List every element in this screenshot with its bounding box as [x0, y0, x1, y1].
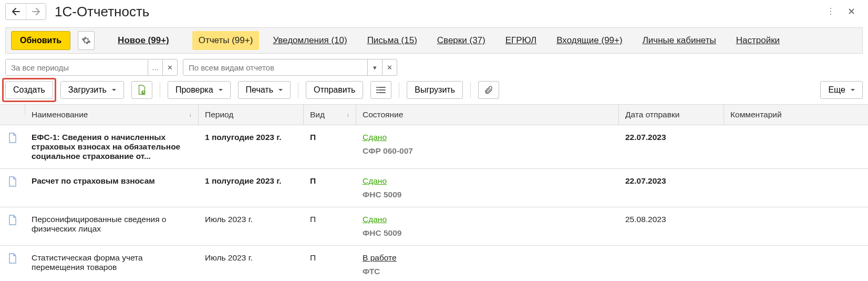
- arrow-right-icon: [32, 8, 40, 15]
- tab-reconciliations[interactable]: Сверки (37): [431, 31, 492, 50]
- document-icon: [0, 131, 25, 145]
- table-row[interactable]: Расчет по страховым взносам1 полугодие 2…: [0, 169, 868, 207]
- kebab-menu-icon[interactable]: ⋮: [826, 7, 836, 16]
- print-button[interactable]: Печать: [238, 81, 291, 99]
- cell-comment: [724, 251, 868, 255]
- tab-row: Обновить Новое (99+) Отчеты (99+) Уведом…: [5, 27, 863, 54]
- column-state[interactable]: Состояние: [356, 105, 619, 125]
- cell-comment: [724, 213, 868, 217]
- send-button[interactable]: Отправить: [306, 81, 363, 99]
- list-icon: [376, 86, 386, 94]
- tab-new[interactable]: Новое (99+): [111, 31, 175, 50]
- table-header: Наименование↓ Период Вид↓ Состояние Дата…: [0, 105, 868, 125]
- column-comment[interactable]: Комментарий: [724, 105, 868, 125]
- titlebar: 1С-Отчетность ⋮ ✕: [0, 0, 868, 22]
- cell-period: Июль 2023 г.: [199, 251, 304, 265]
- report-type-filter-dropdown-button[interactable]: ▾: [367, 59, 382, 75]
- cell-sent-date: 22.07.2023: [619, 174, 724, 188]
- tab-reports[interactable]: Отчеты (99+): [192, 31, 260, 50]
- status-link[interactable]: Сдано: [363, 176, 613, 186]
- document-icon: [0, 251, 25, 266]
- status-link[interactable]: Сдано: [363, 215, 613, 224]
- check-button[interactable]: Проверка: [168, 81, 231, 99]
- cell-name: ЕФС-1: Сведения о начисленных страховых …: [25, 131, 199, 163]
- column-icon: [0, 105, 25, 115]
- cell-name: Расчет по страховым взносам: [25, 174, 199, 188]
- document-icon: [0, 174, 25, 189]
- cell-state: СданоСФР 060-007: [356, 131, 619, 158]
- file-refresh-icon: [137, 85, 147, 95]
- cell-state: СданоФНС 5009: [356, 213, 619, 240]
- cell-name: Персонифицированные сведения о физически…: [25, 213, 199, 236]
- cell-period: 1 полугодие 2023 г.: [199, 131, 304, 144]
- period-filter-more-button[interactable]: …: [148, 59, 162, 75]
- status-org: ФТС: [363, 267, 613, 276]
- gear-icon: [81, 36, 91, 45]
- more-button[interactable]: Еще: [820, 81, 863, 99]
- cell-comment: [724, 174, 868, 178]
- cell-state: СданоФНС 5009: [356, 174, 619, 202]
- attachment-button[interactable]: [478, 81, 499, 99]
- paperclip-icon: [484, 85, 493, 95]
- status-org: ФНС 5009: [363, 228, 613, 238]
- report-type-filter-input[interactable]: [183, 59, 367, 75]
- sort-icon: ↓: [189, 111, 192, 118]
- tab-egrul[interactable]: ЕГРЮЛ: [499, 31, 543, 50]
- export-button[interactable]: Выгрузить: [407, 81, 463, 99]
- cell-period: 1 полугодие 2023 г.: [199, 174, 304, 188]
- forward-button[interactable]: [26, 4, 46, 19]
- cell-sent-date: 25.08.2023: [619, 213, 724, 226]
- window-actions: ⋮ ✕: [826, 7, 863, 16]
- settings-gear-button[interactable]: [78, 31, 95, 50]
- table-row[interactable]: Статистическая форма учета перемещения т…: [0, 246, 868, 281]
- toolbar-separator: [160, 82, 160, 98]
- cell-period: Июль 2023 г.: [199, 213, 304, 226]
- cell-kind: П: [304, 174, 356, 188]
- cell-sent-date: 22.07.2023: [619, 131, 724, 144]
- cell-sent-date: [619, 251, 724, 255]
- toolbar: Создать Загрузить Проверка Печать Отправ…: [0, 79, 868, 104]
- tab-notifications[interactable]: Уведомления (10): [266, 31, 353, 50]
- report-type-filter-clear-button[interactable]: ✕: [382, 59, 397, 75]
- cell-kind: П: [304, 131, 356, 144]
- period-filter-clear-button[interactable]: ✕: [162, 59, 177, 75]
- cell-kind: П: [304, 213, 356, 226]
- tab-cabinets[interactable]: Личные кабинеты: [636, 31, 722, 50]
- close-icon[interactable]: ✕: [848, 7, 855, 16]
- cell-kind: П: [304, 251, 356, 265]
- tab-settings[interactable]: Настройки: [730, 31, 786, 50]
- tab-letters[interactable]: Письма (15): [361, 31, 423, 50]
- back-button[interactable]: [6, 4, 26, 19]
- toolbar-separator: [470, 82, 471, 98]
- column-name[interactable]: Наименование↓: [25, 105, 199, 125]
- sort-icon: ↓: [346, 111, 349, 118]
- toolbar-separator: [399, 82, 399, 98]
- toolbar-separator: [298, 82, 298, 98]
- reload-from-file-button[interactable]: [131, 81, 152, 99]
- tab-incoming[interactable]: Входящие (99+): [550, 31, 628, 50]
- status-org: СФР 060-007: [363, 146, 613, 156]
- table-row[interactable]: ЕФС-1: Сведения о начисленных страховых …: [0, 125, 868, 169]
- status-link[interactable]: В работе: [363, 253, 613, 263]
- column-period[interactable]: Период: [199, 105, 304, 125]
- reports-table: Наименование↓ Период Вид↓ Состояние Дата…: [0, 104, 868, 281]
- status-org: ФНС 5009: [363, 190, 613, 199]
- cell-name: Статистическая форма учета перемещения т…: [25, 251, 199, 274]
- table-row[interactable]: Персонифицированные сведения о физически…: [0, 207, 868, 246]
- nav-buttons: [5, 3, 46, 20]
- report-type-filter: ▾ ✕: [183, 59, 397, 76]
- period-filter-input[interactable]: [6, 59, 148, 75]
- list-view-button[interactable]: [370, 81, 391, 99]
- load-button[interactable]: Загрузить: [60, 81, 124, 99]
- column-sent-date[interactable]: Дата отправки: [619, 105, 724, 125]
- refresh-button[interactable]: Обновить: [11, 31, 70, 50]
- filter-row: … ✕ ▾ ✕: [0, 54, 868, 79]
- arrow-left-icon: [12, 8, 20, 15]
- cell-state: В работеФТС: [356, 251, 619, 278]
- period-filter: … ✕: [5, 59, 178, 76]
- status-link[interactable]: Сдано: [363, 133, 613, 142]
- cell-comment: [724, 131, 868, 135]
- column-kind[interactable]: Вид↓: [304, 105, 356, 125]
- document-icon: [0, 213, 25, 227]
- create-button[interactable]: Создать: [5, 81, 53, 99]
